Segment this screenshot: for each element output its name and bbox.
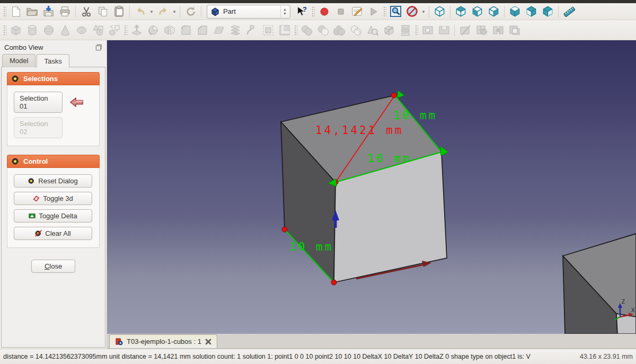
fit-all-button[interactable]	[387, 4, 404, 19]
view-right-button[interactable]	[485, 4, 502, 19]
part-extrude-button[interactable]	[128, 23, 145, 38]
view-top-icon	[471, 5, 483, 17]
cut-button[interactable]	[78, 4, 94, 19]
selection-01-button[interactable]: Selection 01	[14, 92, 63, 113]
workbench-selector[interactable]: Part ▲▼	[207, 5, 290, 19]
part-torus-button[interactable]	[73, 23, 90, 38]
part-boolean-xor-button[interactable]	[506, 23, 523, 38]
box-icon	[10, 24, 22, 37]
tab-model[interactable]: Model	[2, 54, 36, 67]
part-boolean-common-button[interactable]	[315, 23, 331, 38]
toolbar-drag-handle[interactable]	[383, 6, 386, 17]
workbench-spinner[interactable]: ▲▼	[280, 6, 289, 17]
view-left-button[interactable]	[540, 4, 556, 19]
part-defeaturing-button[interactable]	[381, 23, 397, 38]
document-tab[interactable]: T03-ejemplo-1-cubos : 1	[109, 334, 217, 348]
toolbar-drag-handle[interactable]	[123, 24, 127, 36]
view-front-button[interactable]	[453, 4, 469, 19]
clear-all-button[interactable]: Clear All	[14, 227, 92, 240]
toggle-3d-button[interactable]: Toggle 3d	[14, 192, 92, 205]
tab-tasks[interactable]: Tasks	[37, 54, 69, 67]
play-icon	[368, 6, 379, 17]
view-isometric-button[interactable]	[431, 4, 448, 19]
part-box-button[interactable]	[7, 23, 24, 38]
part-loft-button[interactable]	[227, 23, 243, 38]
part-cylinder-button[interactable]	[24, 23, 40, 38]
draw-style-button[interactable]	[404, 4, 420, 19]
measure-linear-button[interactable]	[561, 4, 577, 19]
close-tab-icon[interactable]	[205, 339, 211, 345]
part-slice-apart-button[interactable]	[490, 23, 506, 38]
part-shape-builder-button[interactable]	[106, 23, 122, 38]
view-top-button[interactable]	[469, 4, 485, 19]
view-bottom-button[interactable]	[523, 4, 540, 19]
toolbar-separator	[454, 24, 455, 36]
selection-02-button[interactable]: Selection 02	[14, 117, 63, 138]
undo-dropdown-arrow[interactable]: ▾	[148, 4, 155, 19]
close-button[interactable]: Close	[31, 260, 75, 273]
combo-view-title: Combo View	[4, 43, 43, 51]
view-rear-button[interactable]	[507, 4, 523, 19]
document-tab-bar: T03-ejemplo-1-cubos : 1	[107, 334, 636, 349]
paste-button[interactable]	[111, 4, 127, 19]
part-boolean-fragments-button[interactable]	[473, 23, 490, 38]
print-icon	[59, 5, 71, 17]
reset-dialog-button[interactable]: Reset Dialog	[14, 174, 92, 188]
toolbar-drag-handle[interactable]	[294, 24, 297, 36]
part-mirror-button[interactable]	[161, 23, 178, 38]
toolbar-drag-handle[interactable]	[3, 24, 6, 36]
print-button[interactable]	[57, 4, 73, 19]
part-join-connect-button[interactable]	[419, 23, 436, 38]
macro-stop-button[interactable]	[332, 4, 349, 19]
toggle-delta-button[interactable]: Toggle Delta	[14, 209, 92, 223]
toolbar-drag-handle[interactable]	[3, 6, 6, 17]
measure-point	[282, 227, 287, 232]
part-offset-button[interactable]	[260, 23, 276, 38]
toolbar-drag-handle[interactable]	[311, 6, 315, 17]
boolean-xor-icon	[508, 24, 521, 37]
measure-tape-icon	[12, 157, 20, 165]
macro-record-button[interactable]	[316, 4, 332, 19]
part-compound-button[interactable]	[397, 23, 413, 38]
redo-dropdown-arrow[interactable]: ▾	[171, 4, 178, 19]
macro-play-button[interactable]	[365, 4, 382, 19]
toolbar-drag-handle[interactable]	[414, 24, 418, 36]
open-file-button[interactable]	[24, 4, 40, 19]
toolbar-standard: ▾ ▾ Part ▲▼ ? ▾	[0, 3, 636, 20]
save-button[interactable]	[40, 4, 57, 19]
part-boolean-fuse-button[interactable]	[331, 23, 348, 38]
part-sweep-button[interactable]	[243, 23, 260, 38]
3d-viewport[interactable]: 14,1421 mm 10 mm 10 mm 10 mm Z	[107, 40, 636, 334]
new-file-button[interactable]	[7, 4, 24, 19]
undo-button[interactable]	[132, 4, 148, 19]
refresh-button[interactable]	[182, 4, 199, 19]
copy-button[interactable]	[94, 4, 111, 19]
shape-builder-icon	[108, 24, 121, 37]
part-revolve-button[interactable]	[145, 23, 161, 38]
macro-edit-button[interactable]	[349, 4, 365, 19]
part-boolean-union-button[interactable]	[298, 23, 315, 38]
vertex-arrow	[397, 91, 404, 98]
part-thickness-button[interactable]	[276, 23, 293, 38]
float-panel-icon[interactable]	[95, 44, 102, 51]
part-cone-button[interactable]	[57, 23, 73, 38]
redo-button[interactable]	[155, 4, 171, 19]
whats-this-icon: ?	[296, 6, 308, 17]
measure-label-edge-top-front: 10 mm	[367, 152, 411, 165]
part-boolean-cut-button[interactable]	[348, 23, 364, 38]
part-create-primitives-button[interactable]	[90, 23, 106, 38]
whats-this-button[interactable]: ?	[294, 4, 310, 19]
part-chamfer-button[interactable]	[194, 23, 210, 38]
fillet-icon	[180, 24, 192, 37]
part-ruled-surface-button[interactable]	[210, 23, 227, 38]
part-check-geometry-button[interactable]	[364, 23, 381, 38]
part-fillet-button[interactable]	[178, 23, 194, 38]
document-tab-label: T03-ejemplo-1-cubos : 1	[127, 338, 201, 345]
toggle-delta-icon	[29, 212, 36, 219]
extrude-icon	[130, 24, 143, 37]
draw-style-dropdown-arrow[interactable]: ▾	[420, 4, 427, 19]
part-slice-button[interactable]	[457, 23, 473, 38]
boolean-union-icon	[301, 24, 313, 37]
part-join-cutout-button[interactable]	[436, 23, 452, 38]
part-sphere-button[interactable]	[40, 23, 57, 38]
